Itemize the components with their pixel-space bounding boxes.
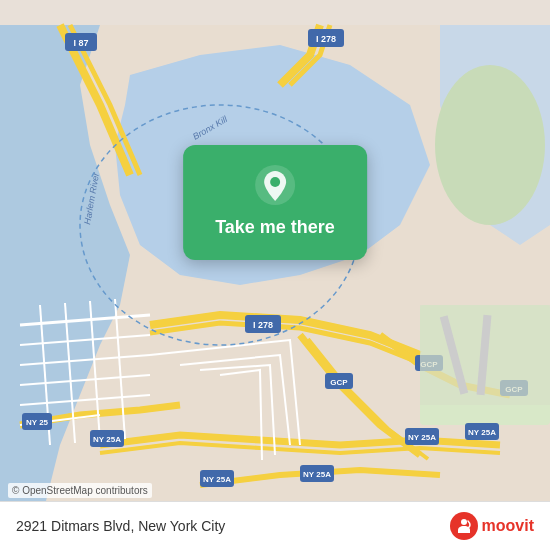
svg-text:I 278: I 278: [316, 34, 336, 44]
moovit-logo: moovit: [450, 512, 534, 540]
svg-text:NY 25A: NY 25A: [203, 475, 231, 484]
cta-label: Take me there: [215, 217, 335, 238]
address-label: 2921 Ditmars Blvd, New York City: [16, 518, 225, 534]
map-container: I 87 I 278 I 278 GCP GCP GCP NY 25A NY 2…: [0, 0, 550, 550]
location-pin-icon: [253, 163, 297, 207]
moovit-logo-icon: [450, 512, 478, 540]
bottom-bar: 2921 Ditmars Blvd, New York City moovit: [0, 501, 550, 550]
cta-button-container: Take me there: [183, 145, 367, 260]
take-me-there-button[interactable]: Take me there: [183, 145, 367, 260]
svg-text:I 87: I 87: [73, 38, 88, 48]
svg-text:NY 25A: NY 25A: [303, 470, 331, 479]
svg-point-1: [435, 65, 545, 225]
svg-text:NY 25A: NY 25A: [468, 428, 496, 437]
svg-text:I 278: I 278: [253, 320, 273, 330]
svg-text:NY 25: NY 25: [26, 418, 49, 427]
copyright-text: © OpenStreetMap contributors: [8, 483, 152, 498]
svg-point-35: [461, 519, 467, 525]
moovit-text-label: moovit: [482, 517, 534, 535]
svg-text:NY 25A: NY 25A: [408, 433, 436, 442]
svg-point-34: [270, 177, 280, 187]
svg-text:NY 25A: NY 25A: [93, 435, 121, 444]
map-background: I 87 I 278 I 278 GCP GCP GCP NY 25A NY 2…: [0, 0, 550, 550]
svg-text:GCP: GCP: [330, 378, 348, 387]
moovit-icon-svg: [455, 517, 473, 535]
